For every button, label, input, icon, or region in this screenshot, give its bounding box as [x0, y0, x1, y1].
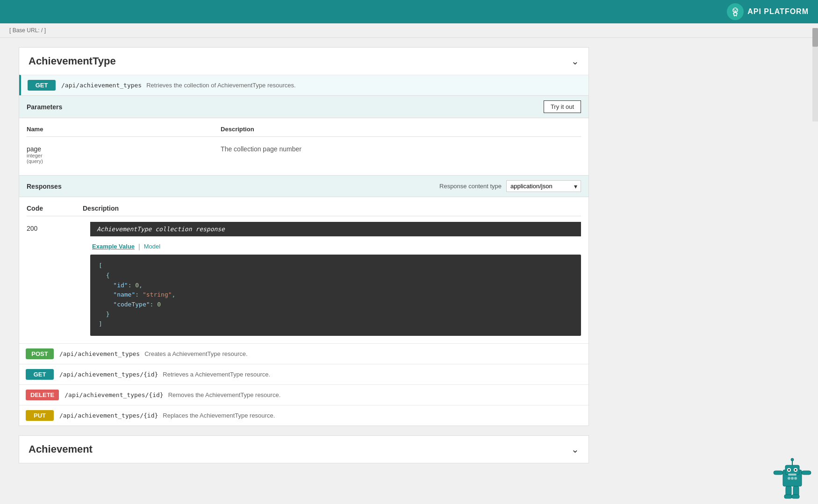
svg-point-11	[787, 468, 791, 472]
base-url-label: [ Base URL: / ]	[9, 27, 46, 34]
method-badge-get-id: GET	[26, 369, 54, 380]
endpoint-path-put: /api/achievement_types/{id}	[59, 412, 158, 419]
responses-label: Responses	[27, 183, 62, 190]
model-tab[interactable]: Model	[142, 242, 162, 251]
param-name-col: page integer (query)	[27, 145, 221, 164]
col-header-code: Code	[27, 205, 83, 212]
endpoint-desc-put: Replaces the AchievementType resource.	[163, 412, 275, 419]
brand-logo	[727, 3, 744, 20]
endpoint-desc-get-id: Retrieves a AchievementType resource.	[163, 371, 270, 378]
response-description-bar: AchievementType collection response	[90, 222, 581, 236]
col-header-description: Description	[221, 126, 581, 133]
example-value-tabs: Example Value | Model	[90, 242, 581, 251]
method-badge-put: PUT	[26, 410, 54, 421]
svg-point-25	[791, 477, 794, 480]
endpoint-row-get-collection[interactable]: GET /api/achievement_types Retrieves the…	[19, 75, 588, 95]
endpoint-path: /api/achievement_types	[61, 82, 142, 89]
chevron-down-icon: ⌄	[571, 56, 579, 67]
robot-decoration	[771, 451, 813, 482]
subheader: [ Base URL: / ]	[0, 23, 818, 38]
content-type-select-wrapper[interactable]: application/json	[506, 180, 581, 192]
responses-columns: Code Description	[27, 205, 581, 216]
app-header: API PLATFORM	[0, 0, 818, 23]
scroll-thumb[interactable]	[812, 28, 818, 47]
svg-point-26	[794, 477, 797, 480]
content-type-select[interactable]: application/json	[506, 180, 581, 192]
example-code-pre: [ { "id": 0, "name": "string", "codeType…	[99, 261, 573, 329]
param-description: The collection page number	[221, 145, 581, 164]
svg-point-1	[734, 9, 735, 10]
achievement-chevron-icon: ⌄	[571, 444, 579, 455]
endpoint-path-get-id: /api/achievement_types/{id}	[59, 371, 158, 378]
endpoint-path-post: /api/achievement_types	[59, 350, 140, 357]
endpoint-row-delete[interactable]: DELETE /api/achievement_types/{id} Remov…	[19, 384, 588, 405]
tab-separator: |	[136, 243, 142, 250]
content-type-label: Response content type	[439, 183, 502, 190]
svg-point-14	[795, 469, 796, 471]
response-details: AchievementType collection response Exam…	[90, 222, 581, 336]
svg-point-24	[788, 477, 790, 480]
method-badge-get: GET	[28, 80, 56, 91]
svg-rect-23	[788, 474, 796, 476]
response-description-text: AchievementType collection response	[97, 226, 225, 233]
col-header-desc: Description	[83, 205, 581, 212]
param-type: integer	[27, 153, 221, 158]
param-location: (query)	[27, 158, 221, 164]
try-it-out-button[interactable]: Try it out	[544, 100, 581, 113]
endpoint-path-delete: /api/achievement_types/{id}	[65, 391, 163, 398]
achievement-section: Achievement ⌄	[19, 435, 589, 463]
svg-point-12	[794, 468, 797, 472]
endpoint-desc-post: Creates a AchievementType resource.	[144, 350, 247, 357]
param-row: page integer (query) The collection page…	[27, 142, 581, 168]
col-header-name: Name	[27, 126, 221, 133]
expanded-panel: Parameters Try it out Name Description p…	[19, 95, 588, 343]
main-content: AchievementType ⌄ GET /api/achievement_t…	[0, 38, 608, 482]
achievement-section-title: Achievement	[29, 443, 93, 455]
svg-point-2	[736, 9, 737, 10]
responses-body: Code Description 200 AchievementType col…	[19, 197, 588, 343]
response-row-200: 200 AchievementType collection response …	[27, 222, 581, 336]
endpoint-row-get-id[interactable]: GET /api/achievement_types/{id} Retrieve…	[19, 364, 588, 384]
response-code: 200	[27, 222, 83, 232]
example-value-tab[interactable]: Example Value	[90, 242, 136, 251]
parameters-section-header: Parameters Try it out	[19, 96, 588, 118]
example-code-block: [ { "id": 0, "name": "string", "codeType…	[90, 255, 581, 336]
section-header[interactable]: AchievementType ⌄	[19, 48, 588, 75]
svg-rect-3	[734, 13, 737, 15]
section-title: AchievementType	[29, 55, 116, 67]
endpoint-row-put[interactable]: PUT /api/achievement_types/{id} Replaces…	[19, 405, 588, 426]
endpoint-desc-delete: Removes the AchievementType resource.	[168, 391, 281, 398]
method-badge-post: POST	[26, 348, 54, 359]
parameters-label: Parameters	[27, 103, 62, 111]
svg-point-16	[791, 458, 794, 461]
method-badge-delete: DELETE	[26, 390, 59, 400]
params-header: Name Description	[27, 126, 581, 137]
achievement-type-section: AchievementType ⌄ GET /api/achievement_t…	[19, 47, 589, 426]
endpoint-row-post[interactable]: POST /api/achievement_types Creates a Ac…	[19, 343, 588, 364]
svg-rect-17	[774, 471, 783, 475]
svg-rect-18	[802, 471, 811, 475]
achievement-section-header[interactable]: Achievement ⌄	[19, 436, 588, 463]
svg-point-13	[788, 469, 790, 471]
parameters-table: Name Description page integer (query) Th…	[19, 118, 588, 175]
svg-rect-10	[785, 465, 799, 475]
brand-label: API PLATFORM	[747, 7, 809, 16]
svg-rect-9	[783, 470, 802, 482]
param-name: page	[27, 145, 41, 153]
brand: API PLATFORM	[727, 3, 809, 20]
responses-section-header: Responses Response content type applicat…	[19, 175, 588, 197]
scrollbar[interactable]	[812, 28, 818, 121]
content-type-wrapper: Response content type application/json	[439, 180, 581, 192]
endpoint-description: Retrieves the collection of AchievementT…	[146, 82, 295, 89]
